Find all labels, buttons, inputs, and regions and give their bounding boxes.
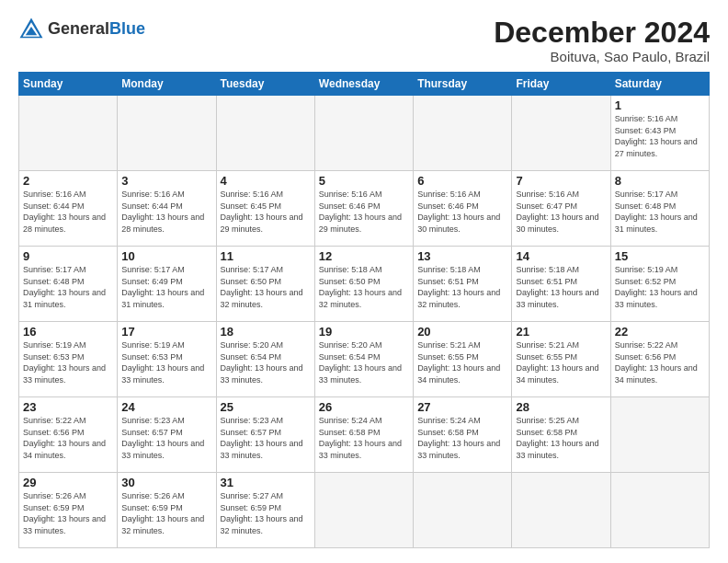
day-info: Sunrise: 5:16 AMSunset: 6:44 PMDaylight:… (23, 190, 106, 234)
day-info: Sunrise: 5:22 AMSunset: 6:56 PMDaylight:… (23, 416, 106, 460)
calendar-cell: 21 Sunrise: 5:21 AMSunset: 6:55 PMDaylig… (512, 322, 610, 397)
day-info: Sunrise: 5:16 AMSunset: 6:46 PMDaylight:… (319, 190, 402, 234)
day-number: 7 (516, 174, 606, 188)
calendar-cell: 3 Sunrise: 5:16 AMSunset: 6:44 PMDayligh… (118, 171, 216, 247)
day-info: Sunrise: 5:17 AMSunset: 6:48 PMDaylight:… (23, 265, 106, 309)
day-number: 5 (319, 174, 409, 188)
calendar-cell: 11 Sunrise: 5:17 AMSunset: 6:50 PMDaylig… (216, 247, 314, 322)
calendar-cell (414, 96, 512, 171)
day-info: Sunrise: 5:26 AMSunset: 6:59 PMDaylight:… (23, 491, 106, 535)
day-info: Sunrise: 5:24 AMSunset: 6:58 PMDaylight:… (319, 416, 402, 460)
calendar-cell: 6 Sunrise: 5:16 AMSunset: 6:46 PMDayligh… (414, 171, 512, 247)
day-info: Sunrise: 5:19 AMSunset: 6:53 PMDaylight:… (23, 340, 106, 385)
calendar-cell: 13 Sunrise: 5:18 AMSunset: 6:51 PMDaylig… (414, 247, 512, 322)
day-number: 29 (23, 476, 113, 489)
calendar-cell (512, 96, 610, 171)
calendar-week-5: 29 Sunrise: 5:26 AMSunset: 6:59 PMDaylig… (19, 473, 710, 548)
logo-icon (18, 17, 44, 42)
calendar-cell: 23 Sunrise: 5:22 AMSunset: 6:56 PMDaylig… (19, 397, 118, 473)
calendar-cell: 28 Sunrise: 5:25 AMSunset: 6:58 PMDaylig… (512, 397, 610, 473)
day-number: 9 (23, 249, 113, 263)
calendar-cell (512, 473, 610, 548)
calendar-cell: 19 Sunrise: 5:20 AMSunset: 6:54 PMDaylig… (314, 322, 413, 397)
day-info: Sunrise: 5:18 AMSunset: 6:51 PMDaylight:… (516, 265, 598, 309)
day-header-tuesday: Tuesday (216, 73, 314, 96)
day-header-friday: Friday (512, 73, 610, 96)
day-info: Sunrise: 5:25 AMSunset: 6:58 PMDaylight:… (516, 416, 598, 460)
calendar-cell: 27 Sunrise: 5:24 AMSunset: 6:58 PMDaylig… (414, 397, 512, 473)
day-number: 13 (417, 249, 507, 263)
page: GeneralBlue December 2024 Boituva, Sao P… (0, 0, 728, 563)
day-number: 21 (516, 325, 606, 339)
day-header-saturday: Saturday (610, 73, 709, 96)
day-header-monday: Monday (118, 73, 216, 96)
logo-general: General (48, 20, 109, 39)
header-row: SundayMondayTuesdayWednesdayThursdayFrid… (19, 73, 710, 96)
calendar-cell: 22 Sunrise: 5:22 AMSunset: 6:56 PMDaylig… (610, 322, 709, 397)
calendar-cell: 26 Sunrise: 5:24 AMSunset: 6:58 PMDaylig… (314, 397, 413, 473)
day-number: 25 (221, 400, 311, 414)
day-number: 8 (615, 174, 705, 188)
day-info: Sunrise: 5:23 AMSunset: 6:57 PMDaylight:… (121, 416, 204, 460)
calendar-cell: 1 Sunrise: 5:16 AMSunset: 6:43 PMDayligh… (610, 96, 709, 171)
calendar-week-4: 23 Sunrise: 5:22 AMSunset: 6:56 PMDaylig… (19, 397, 710, 473)
calendar-cell (19, 96, 118, 171)
day-info: Sunrise: 5:27 AMSunset: 6:59 PMDaylight:… (221, 491, 303, 535)
calendar-cell: 12 Sunrise: 5:18 AMSunset: 6:50 PMDaylig… (314, 247, 413, 322)
calendar-cell: 10 Sunrise: 5:17 AMSunset: 6:49 PMDaylig… (118, 247, 216, 322)
day-header-sunday: Sunday (19, 73, 118, 96)
day-number: 20 (417, 325, 507, 339)
day-info: Sunrise: 5:21 AMSunset: 6:55 PMDaylight:… (516, 340, 598, 385)
calendar-cell: 17 Sunrise: 5:19 AMSunset: 6:53 PMDaylig… (118, 322, 216, 397)
calendar-table: SundayMondayTuesdayWednesdayThursdayFrid… (18, 72, 710, 548)
day-number: 19 (319, 325, 409, 339)
logo-text: GeneralBlue (48, 20, 145, 39)
day-info: Sunrise: 5:23 AMSunset: 6:57 PMDaylight:… (221, 416, 303, 460)
day-info: Sunrise: 5:22 AMSunset: 6:56 PMDaylight:… (615, 340, 698, 385)
day-number: 1 (615, 98, 705, 112)
calendar-cell (314, 473, 413, 548)
day-info: Sunrise: 5:19 AMSunset: 6:53 PMDaylight:… (121, 340, 204, 385)
calendar-cell: 8 Sunrise: 5:17 AMSunset: 6:48 PMDayligh… (610, 171, 709, 247)
calendar-cell (314, 96, 413, 171)
day-info: Sunrise: 5:20 AMSunset: 6:54 PMDaylight:… (221, 340, 303, 385)
day-number: 11 (221, 249, 311, 263)
calendar-cell: 9 Sunrise: 5:17 AMSunset: 6:48 PMDayligh… (19, 247, 118, 322)
day-number: 6 (417, 174, 507, 188)
day-info: Sunrise: 5:19 AMSunset: 6:52 PMDaylight:… (615, 265, 698, 309)
day-info: Sunrise: 5:24 AMSunset: 6:58 PMDaylight:… (417, 416, 500, 460)
calendar-cell: 14 Sunrise: 5:18 AMSunset: 6:51 PMDaylig… (512, 247, 610, 322)
day-number: 12 (319, 249, 409, 263)
day-number: 22 (615, 325, 705, 339)
day-number: 31 (221, 476, 311, 489)
calendar-cell (610, 397, 709, 473)
day-info: Sunrise: 5:18 AMSunset: 6:50 PMDaylight:… (319, 265, 402, 309)
header: GeneralBlue December 2024 Boituva, Sao P… (18, 17, 710, 64)
calendar-cell (216, 96, 314, 171)
calendar-cell: 29 Sunrise: 5:26 AMSunset: 6:59 PMDaylig… (19, 473, 118, 548)
day-number: 14 (516, 249, 606, 263)
calendar-cell: 4 Sunrise: 5:16 AMSunset: 6:45 PMDayligh… (216, 171, 314, 247)
calendar-cell (610, 473, 709, 548)
day-number: 2 (23, 174, 113, 188)
day-number: 18 (221, 325, 311, 339)
logo-blue: Blue (109, 20, 145, 39)
logo: GeneralBlue (18, 17, 145, 42)
title-area: December 2024 Boituva, Sao Paulo, Brazil (494, 17, 710, 64)
location-subtitle: Boituva, Sao Paulo, Brazil (494, 49, 710, 64)
day-number: 4 (221, 174, 311, 188)
day-info: Sunrise: 5:21 AMSunset: 6:55 PMDaylight:… (417, 340, 500, 385)
calendar-week-1: 2 Sunrise: 5:16 AMSunset: 6:44 PMDayligh… (19, 171, 710, 247)
day-info: Sunrise: 5:20 AMSunset: 6:54 PMDaylight:… (319, 340, 402, 385)
calendar-cell (118, 96, 216, 171)
day-number: 24 (121, 400, 211, 414)
day-info: Sunrise: 5:16 AMSunset: 6:44 PMDaylight:… (121, 190, 204, 234)
calendar-cell (414, 473, 512, 548)
calendar-cell: 25 Sunrise: 5:23 AMSunset: 6:57 PMDaylig… (216, 397, 314, 473)
day-info: Sunrise: 5:18 AMSunset: 6:51 PMDaylight:… (417, 265, 500, 309)
calendar-cell: 15 Sunrise: 5:19 AMSunset: 6:52 PMDaylig… (610, 247, 709, 322)
calendar-cell: 5 Sunrise: 5:16 AMSunset: 6:46 PMDayligh… (314, 171, 413, 247)
day-info: Sunrise: 5:16 AMSunset: 6:45 PMDaylight:… (221, 190, 303, 234)
day-header-thursday: Thursday (414, 73, 512, 96)
day-header-wednesday: Wednesday (314, 73, 413, 96)
